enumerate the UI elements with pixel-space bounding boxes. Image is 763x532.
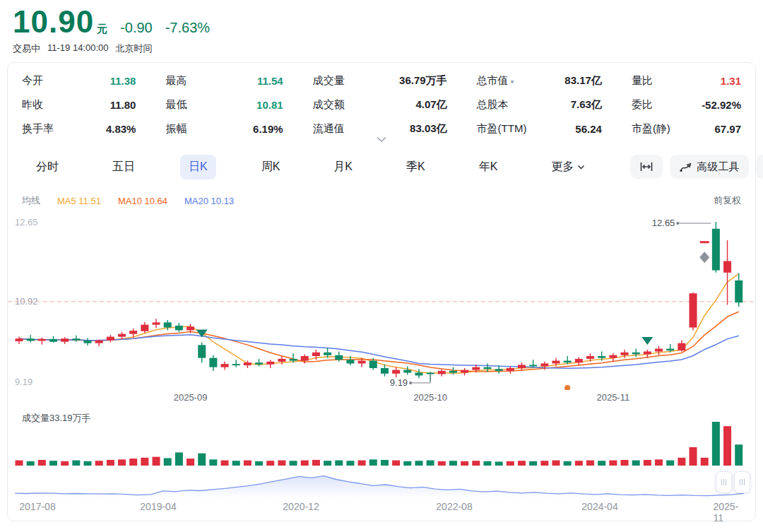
stat-总股本: 总股本7.63亿 bbox=[477, 98, 602, 112]
tab-label: 周K bbox=[261, 160, 280, 175]
stat-value: 10.81 bbox=[256, 99, 283, 111]
stat-value: 6.19% bbox=[253, 123, 283, 135]
tab-更多[interactable]: 更多 bbox=[543, 155, 593, 179]
tab-label: 月K bbox=[333, 160, 353, 175]
ma-legend-title: 均线 bbox=[22, 194, 40, 207]
stat-value: 83.17亿 bbox=[564, 74, 602, 88]
stat-label: 总股本 bbox=[477, 98, 509, 112]
stat-label: 委比 bbox=[632, 98, 653, 112]
stat-最低: 最低10.81 bbox=[165, 98, 283, 112]
chevron-down-icon bbox=[376, 136, 387, 143]
chart-toolbar: 高级工具AI技术追踪 bbox=[630, 155, 763, 179]
tab-label: 年K bbox=[479, 160, 498, 175]
svg-text:9.19: 9.19 bbox=[15, 377, 32, 387]
tab-label: 分时 bbox=[36, 160, 59, 175]
adjust-mode-label: 前复权 bbox=[714, 194, 741, 207]
width-range-icon bbox=[640, 162, 653, 172]
history-navigator[interactable] bbox=[8, 470, 757, 500]
stat-label: 流通值 bbox=[313, 122, 345, 136]
stat-换手率: 换手率4.83% bbox=[22, 122, 136, 136]
stat-label: 振幅 bbox=[165, 122, 187, 136]
stat-label: 量比 bbox=[632, 74, 653, 88]
price-unit: 元 bbox=[97, 23, 107, 36]
tab-周K[interactable]: 周K bbox=[253, 155, 289, 179]
tool-button-range[interactable] bbox=[630, 155, 663, 179]
navigator-handles bbox=[716, 471, 750, 493]
x-tick-2025-09: 2025-09 bbox=[174, 392, 208, 403]
stats-grid: 今开11.38最高11.54成交量36.79万手总市值▾83.17亿量比1.31… bbox=[22, 74, 741, 136]
svg-text:12.65: 12.65 bbox=[15, 217, 38, 227]
stat-value: 7.63亿 bbox=[571, 98, 602, 112]
trading-status: 交易中 bbox=[13, 42, 40, 55]
navigator-right-handle[interactable] bbox=[734, 471, 750, 493]
stat-label: 总市值▾ bbox=[477, 74, 514, 88]
tab-label: 更多 bbox=[551, 160, 574, 175]
tool-button-AI技术追踪[interactable]: AI技术追踪 bbox=[756, 155, 763, 179]
stat-委比: 委比-52.92% bbox=[632, 98, 741, 112]
price-change: -0.90 bbox=[120, 20, 153, 36]
nav-tick-2025-11: 2025-11 bbox=[714, 501, 743, 524]
stat-总市值[interactable]: 总市值▾83.17亿 bbox=[477, 74, 602, 88]
price-change-percent: -7.63% bbox=[165, 20, 210, 36]
tab-label: 日K bbox=[189, 160, 208, 175]
ma-legend: 均线 MA5 11.51MA10 10.64MA20 10.13前复权 bbox=[22, 194, 741, 207]
volume-chart[interactable] bbox=[8, 416, 757, 467]
tool-button-label: 高级工具 bbox=[697, 160, 739, 174]
chart-x-axis: 2025-092025-102025-11 bbox=[8, 392, 757, 405]
tab-季K[interactable]: 季K bbox=[398, 155, 434, 179]
stat-value: 56.24 bbox=[575, 123, 602, 135]
ma-legend-ma5: MA5 11.51 bbox=[57, 196, 101, 206]
candlestick-chart[interactable]: 12.659.1910.9212.659.19 bbox=[8, 210, 757, 390]
signal-dot-icon bbox=[564, 385, 570, 390]
quote-header: 10.90 元 -0.90 -7.63% 交易中 11-19 14:00:00 … bbox=[0, 0, 763, 55]
stat-value: 11.54 bbox=[257, 75, 283, 87]
tab-label: 五日 bbox=[112, 160, 135, 175]
stat-label: 最高 bbox=[165, 74, 187, 88]
period-tabs: 分时五日日K周K月K季K年K更多高级工具AI技术追踪 bbox=[28, 152, 748, 182]
stat-value: 83.03亿 bbox=[410, 122, 447, 136]
stat-最高: 最高11.54 bbox=[165, 74, 283, 88]
stat-市盈(静): 市盈(静)67.97 bbox=[632, 122, 741, 136]
stock-detail-card: 今开11.38最高11.54成交量36.79万手总市值▾83.17亿量比1.31… bbox=[7, 62, 756, 521]
stat-value: 11.80 bbox=[110, 99, 136, 111]
x-tick-2025-11: 2025-11 bbox=[596, 392, 629, 403]
stat-label: 市盈(TTM) bbox=[477, 122, 527, 136]
stat-市盈(TTM): 市盈(TTM)56.24 bbox=[477, 122, 602, 136]
tab-分时[interactable]: 分时 bbox=[28, 155, 67, 179]
nav-tick-2024-04: 2024-04 bbox=[581, 501, 617, 512]
tab-五日[interactable]: 五日 bbox=[104, 155, 143, 179]
stat-今开: 今开11.38 bbox=[22, 74, 136, 88]
tab-日K[interactable]: 日K bbox=[180, 155, 216, 179]
quote-time: 11-19 14:00:00 bbox=[47, 42, 109, 55]
tab-label: 季K bbox=[406, 160, 425, 175]
stat-value: 1.31 bbox=[721, 75, 741, 87]
nav-tick-2020-12: 2020-12 bbox=[283, 501, 319, 512]
x-tick-2025-10: 2025-10 bbox=[413, 392, 447, 403]
stat-value: 11.38 bbox=[110, 75, 136, 87]
stat-value: 67.97 bbox=[714, 123, 741, 135]
stat-成交量: 成交量36.79万手 bbox=[313, 74, 447, 88]
stat-label: 成交额 bbox=[313, 98, 345, 112]
timezone-label: 北京时间 bbox=[116, 42, 153, 55]
stat-label: 市盈(静) bbox=[632, 122, 670, 136]
current-price: 10.90 bbox=[13, 4, 94, 40]
stat-label: 今开 bbox=[22, 74, 43, 88]
stat-昨收: 昨收11.80 bbox=[22, 98, 136, 112]
collapse-stats-button[interactable] bbox=[376, 136, 387, 143]
nav-tick-2019-04: 2019-04 bbox=[140, 501, 176, 512]
ma-legend-ma10: MA10 10.64 bbox=[118, 196, 167, 206]
chevron-down-icon bbox=[577, 165, 585, 170]
stat-label: 昨收 bbox=[22, 98, 43, 112]
stat-label: 成交量 bbox=[313, 74, 345, 88]
svg-text:12.65: 12.65 bbox=[652, 218, 675, 228]
navigator-x-axis: 2017-082019-042020-122022-082024-042025-… bbox=[8, 501, 757, 514]
nav-tick-2017-08: 2017-08 bbox=[19, 501, 55, 512]
stat-value: -52.92% bbox=[702, 99, 741, 111]
tab-年K[interactable]: 年K bbox=[471, 155, 507, 179]
tab-月K[interactable]: 月K bbox=[325, 155, 361, 179]
ma-legend-ma20: MA20 10.13 bbox=[184, 196, 234, 206]
stat-value: 4.07亿 bbox=[415, 98, 446, 112]
curve-tool-icon bbox=[680, 162, 692, 172]
navigator-left-handle[interactable] bbox=[716, 471, 732, 493]
tool-button-高级工具[interactable]: 高级工具 bbox=[670, 155, 749, 179]
